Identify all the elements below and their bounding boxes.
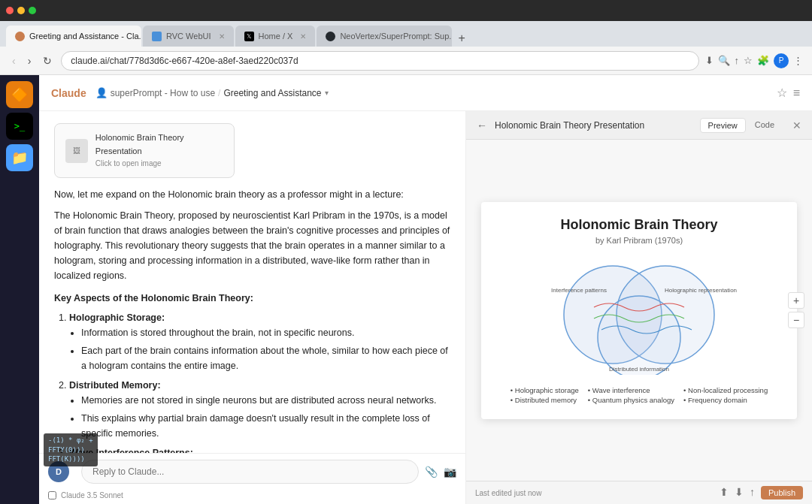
preview-header: ← Holonomic Brain Theory Presentation Pr… [466, 111, 812, 140]
search-icon[interactable]: 🔍 [718, 55, 730, 66]
close-dot[interactable] [6, 7, 14, 14]
venn-diagram: Interference patterns Holographic repres… [496, 257, 782, 377]
legend-nonlocalized: Non-localized processing [683, 386, 768, 394]
back-button[interactable]: ‹ [9, 53, 19, 68]
claude-favicon [15, 32, 25, 41]
preview-tab-code[interactable]: Code [747, 118, 782, 133]
tab-rvc[interactable]: RVC WebUI ✕ [143, 26, 234, 47]
new-tab-button[interactable]: + [453, 32, 469, 45]
legend-col-2: Wave interference Quantum physics analog… [588, 386, 674, 404]
address-bar: ‹ › ↻ claude.ai/chat/778d3d6c-e667-420e-… [0, 47, 812, 75]
model-row: Claude 3.5 Sonnet [39, 490, 465, 504]
breadcrumb-icon: 👤 [95, 87, 108, 98]
tab-gh-label: NeoVertex/SuperPrompt: Sup... [340, 32, 452, 41]
chat-area: 🖼 Holonomic Brain Theory Presentation Cl… [39, 111, 812, 504]
legend-holographic-storage: Holographic storage [511, 386, 579, 394]
star-icon[interactable]: ☆ [777, 86, 787, 100]
chat-intro: Now, let me expand on the Holonomic brai… [54, 187, 450, 202]
files-icon[interactable]: 📁 [6, 144, 33, 171]
profile-icon[interactable]: P [774, 53, 789, 68]
sections-list: Holographic Storage: Information is stor… [54, 310, 450, 453]
preview-back-button[interactable]: ← [477, 119, 487, 131]
desktop-widget: -(1) * φ₂ + FFTY(0))) FFT(K)))) [44, 433, 98, 466]
breadcrumb-separator: / [218, 88, 220, 98]
minimize-dot[interactable] [17, 7, 25, 14]
blender-icon[interactable]: 🔶 [6, 81, 33, 108]
terminal-icon[interactable]: >_ [6, 113, 33, 140]
settings-icon[interactable]: ≡ [793, 86, 800, 100]
slide-title: Holonomic Brain Theory [496, 217, 782, 233]
breadcrumb-chevron[interactable]: ▾ [325, 89, 329, 97]
menu-icon[interactable]: ⋮ [793, 55, 803, 66]
section-1-title: Holographic Storage: [69, 312, 165, 323]
os-top-bar [0, 0, 812, 21]
chat-text: Now, let me expand on the Holonomic brai… [54, 187, 450, 453]
preview-content: Holonomic Brain Theory by Karl Pribram (… [466, 140, 812, 481]
image-preview-block[interactable]: 🖼 Holonomic Brain Theory Presentation Cl… [54, 123, 235, 178]
model-checkbox[interactable] [48, 491, 56, 499]
download-icon[interactable]: ⬇ [705, 55, 714, 66]
preview-content-wrapper: Holonomic Brain Theory by Karl Pribram (… [466, 140, 812, 481]
legend-wave-interference: Wave interference [588, 386, 674, 394]
url-text: claude.ai/chat/778d3d6c-e667-420e-a8ef-3… [71, 56, 298, 66]
tab-x[interactable]: 𝕏 Home / X ✕ [235, 26, 316, 47]
bullet-2-2: This explains why partial brain damage d… [81, 411, 450, 441]
preview-tab-preview[interactable]: Preview [700, 118, 746, 133]
tab-claude-label: Greeting and Assistance - Cla... [29, 32, 141, 41]
chat-input[interactable] [81, 460, 419, 484]
maximize-dot[interactable] [29, 7, 36, 14]
bookmark-icon[interactable]: ☆ [744, 55, 753, 66]
widget-line1: -(1) * φ₂ + [48, 436, 93, 445]
tab-rvc-label: RVC WebUI [166, 32, 211, 41]
share-icon[interactable]: ↑ [735, 55, 740, 66]
preview-tabs: Preview Code [700, 118, 782, 133]
footer-copy-icon[interactable]: ⬆ [720, 486, 729, 499]
preview-footer-icons: ⬆ ⬇ ↑ Publish [720, 486, 803, 499]
tab-x-close[interactable]: ✕ [300, 32, 306, 41]
reload-button[interactable]: ↻ [40, 53, 55, 68]
bullet-1-2: Each part of the brain contains informat… [81, 343, 450, 373]
widget-line2: FFTY(0))) [48, 445, 93, 455]
footer-download-icon[interactable]: ⬇ [735, 486, 744, 499]
forward-button[interactable]: › [25, 53, 35, 68]
chat-footer-area: D 📎 📷 Claude 3.5 Sonnet [39, 453, 465, 504]
zoom-controls: + − [788, 292, 804, 328]
x-favicon: 𝕏 [244, 32, 254, 41]
svg-text:Interference patterns: Interference patterns [551, 287, 607, 294]
slide-subtitle: by Karl Pribram (1970s) [496, 236, 782, 245]
camera-icon[interactable]: 📷 [444, 466, 456, 478]
tab-rvc-close[interactable]: ✕ [219, 32, 225, 41]
section-3: Wave Interference Patterns: The brain pr… [69, 445, 450, 453]
footer-share-icon[interactable]: ↑ [750, 486, 755, 499]
last-edited-text: Last edited just now [475, 489, 541, 497]
publish-button[interactable]: Publish [761, 486, 803, 499]
zoom-in-button[interactable]: + [788, 292, 804, 309]
breadcrumb: 👤 superPrompt - How to use / Greeting an… [95, 87, 329, 98]
tab-gh[interactable]: NeoVertex/SuperPrompt: Sup... ✕ [317, 26, 452, 47]
extensions-icon[interactable]: 🧩 [757, 55, 769, 66]
chat-para1: The Holonomic Brain Theory, proposed by … [54, 208, 450, 283]
breadcrumb-root[interactable]: superPrompt - How to use [111, 88, 215, 98]
section-2-bullets: Memories are not stored in single neuron… [69, 393, 450, 441]
zoom-out-button[interactable]: − [788, 312, 804, 328]
svg-text:Distributed information: Distributed information [609, 366, 669, 373]
model-label: Claude 3.5 Sonnet [61, 491, 123, 499]
legend-frequency: Frequency domain [683, 396, 768, 404]
legend-distributed-memory: Distributed memory [511, 396, 579, 404]
preview-footer: Last edited just now ⬆ ⬇ ↑ Publish [466, 481, 812, 504]
attach-icon[interactable]: 📎 [425, 466, 438, 478]
preview-close-button[interactable]: ✕ [792, 119, 801, 131]
bullet-1-1: Information is stored throughout the bra… [81, 325, 450, 340]
header-right: ☆ ≡ [777, 86, 800, 100]
preview-panel: ← Holonomic Brain Theory Presentation Pr… [466, 111, 812, 504]
legend-quantum: Quantum physics analogy [588, 396, 674, 404]
claude-ui: Claude 👤 superPrompt - How to use / Gree… [39, 75, 812, 504]
widget-line3: FFT(K)))) [48, 454, 93, 464]
chat-input-row: D 📎 📷 [39, 454, 465, 490]
tab-x-label: Home / X [259, 32, 293, 41]
breadcrumb-current: Greeting and Assistance [223, 88, 321, 98]
url-input[interactable]: claude.ai/chat/778d3d6c-e667-420e-a8ef-3… [61, 51, 698, 71]
slide: Holonomic Brain Theory by Karl Pribram (… [481, 202, 797, 419]
tab-claude[interactable]: Greeting and Assistance - Cla... ✕ [6, 26, 141, 47]
preview-panel-title: Holonomic Brain Theory Presentation [495, 120, 692, 131]
